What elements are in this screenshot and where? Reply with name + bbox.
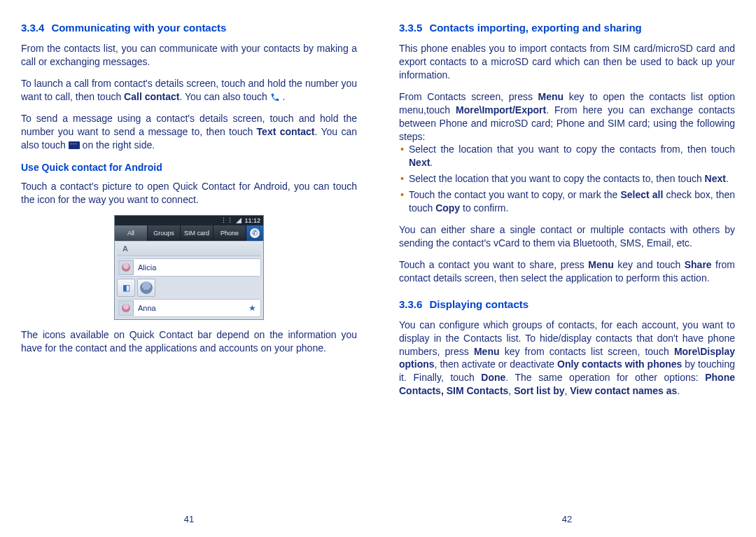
para: The icons available on Quick Contact bar… (21, 328, 357, 355)
para: You can configure which groups of contac… (399, 319, 735, 398)
section-number: 3.3.6 (399, 298, 422, 310)
contact-name: Anna (138, 303, 248, 314)
text: key and touch (614, 259, 685, 270)
tab-all[interactable]: All (115, 225, 148, 241)
subheading-quick-contact: Use Quick contact for Android (21, 161, 357, 174)
para: From the contacts list, you can communic… (21, 42, 357, 69)
bold: Call contact (124, 91, 179, 102)
quick-app-icon[interactable]: ◧ (117, 279, 135, 297)
bold: View contact names as (570, 385, 677, 396)
tab-sim[interactable]: SIM card (181, 225, 214, 241)
para: You can either share a single contact or… (399, 223, 735, 250)
text: to confirm. (460, 202, 508, 214)
para: This phone enables you to import contact… (399, 42, 735, 82)
clock: 11:12 (244, 216, 260, 225)
text: , then activate or deactivate (435, 358, 557, 370)
signal-icon (236, 218, 241, 223)
bold: Copy (435, 202, 460, 214)
text: on the right side. (80, 139, 155, 151)
section-title: Displaying contacts (429, 298, 528, 310)
wifi-icon: ⋮⋮ (220, 216, 233, 225)
document-spread: 3.3.4Communicating with your contacts Fr… (0, 0, 756, 537)
section-number: 3.3.4 (21, 22, 44, 34)
text: . (430, 157, 433, 168)
headshot-icon (140, 281, 153, 294)
bold: Next (705, 173, 726, 184)
text: . You can also touch (179, 91, 270, 102)
bold: Done (481, 372, 505, 383)
para: Touch a contact's picture to open Quick … (21, 180, 357, 207)
bold: Text contact (257, 126, 315, 137)
text: From Contacts screen, press (399, 91, 538, 102)
para: Touch a contact you want to share, press… (399, 258, 735, 285)
text: key from contacts list screen, touch (500, 346, 674, 357)
text: . (280, 91, 286, 102)
tab-bar: All Groups SIM card Phone ✆ (115, 225, 263, 241)
para: From Contacts screen, press Menu key to … (399, 90, 735, 144)
list-item: Select the location that you want to cop… (399, 172, 735, 186)
section-letter: A (117, 241, 261, 256)
para: To send a message using a contact's deta… (21, 112, 357, 152)
favorite-star-icon: ★ (248, 302, 256, 314)
bold: Menu (588, 259, 614, 270)
page-41: 3.3.4Communicating with your contacts Fr… (0, 0, 378, 537)
message-icon (69, 141, 80, 149)
text: , (508, 385, 514, 396)
contact-name: Alicia (138, 263, 260, 273)
phone-icon (270, 92, 280, 102)
tab-groups[interactable]: Groups (148, 225, 181, 241)
tab-dial[interactable]: ✆ (246, 225, 263, 241)
phone-frame: ⋮⋮ 11:12 All Groups SIM card Phone ✆ A A… (114, 215, 264, 320)
text: Select the location that you want to cop… (409, 144, 735, 155)
text: . (726, 173, 729, 184)
bold: Share (685, 259, 712, 270)
page-number: 41 (21, 513, 357, 526)
dialer-icon: ✆ (250, 228, 260, 238)
contact-avatar-icon (118, 260, 134, 275)
text: . The same operation for other options: (505, 372, 705, 383)
text: . (677, 385, 680, 396)
section-heading-336: 3.3.6Displaying contacts (399, 298, 735, 312)
para: To launch a call from contact's details … (21, 77, 357, 104)
section-heading-335: 3.3.5Contacts importing, exporting and s… (399, 21, 735, 35)
section-number: 3.3.5 (399, 22, 422, 34)
section-heading-334: 3.3.4Communicating with your contacts (21, 21, 357, 35)
list-item: Select the location that you want to cop… (399, 143, 735, 169)
bold: Sort list by (514, 385, 564, 396)
phone-screenshot: ⋮⋮ 11:12 All Groups SIM card Phone ✆ A A… (21, 215, 357, 320)
tab-phone[interactable]: Phone (214, 225, 246, 241)
bold: Select all (620, 189, 663, 200)
page-number: 42 (399, 513, 735, 526)
text: Touch the contact you want to copy, or m… (409, 189, 620, 200)
quick-contact-icon[interactable] (137, 279, 155, 297)
text: Select the location that you want to cop… (409, 173, 705, 184)
bold: Only contacts with phones (557, 358, 682, 370)
text: Touch a contact you want to share, press (399, 259, 588, 270)
section-title: Contacts importing, exporting and sharin… (429, 22, 641, 34)
bold: Next (409, 157, 430, 168)
bold: Menu (474, 346, 500, 357)
contact-row[interactable]: Alicia (117, 258, 261, 277)
list-item: Touch the contact you want to copy, or m… (399, 188, 735, 215)
bold: More\Import/Export (456, 104, 546, 116)
steps-list: Select the location that you want to cop… (399, 143, 735, 214)
contact-row[interactable]: Anna ★ (117, 299, 261, 317)
contact-avatar-icon (118, 300, 134, 316)
page-42: 3.3.5Contacts importing, exporting and s… (378, 0, 756, 537)
section-title: Communicating with your contacts (51, 22, 226, 34)
quick-contact-bar: ◧ (117, 279, 261, 297)
status-bar: ⋮⋮ 11:12 (115, 216, 263, 225)
bold: Menu (538, 91, 564, 102)
